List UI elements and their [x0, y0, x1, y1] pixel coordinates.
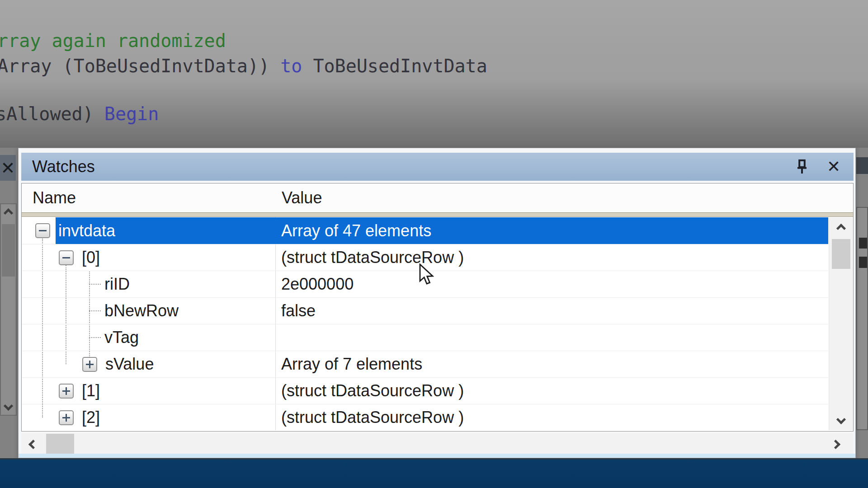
watches-grid: Name Value invtdata Array of 47 elements…	[21, 183, 854, 432]
watch-row[interactable]: bNewRow false	[22, 297, 828, 324]
scroll-left-button[interactable]	[23, 433, 43, 456]
watch-value: Array of 7 elements	[281, 355, 422, 374]
vertical-scrollbar-thumb[interactable]	[832, 239, 850, 269]
watch-value-cell: Array of 47 elements	[275, 217, 828, 244]
watch-value: (struct tDataSourceRow )	[281, 408, 464, 427]
watch-name: [1]	[82, 381, 100, 400]
column-header-value[interactable]: Value	[275, 188, 322, 207]
watch-value-cell: 2e000000	[275, 271, 828, 297]
scroll-down-icon	[4, 401, 13, 411]
watch-name-cell: [2]	[22, 404, 275, 430]
watch-row[interactable]: [1] (struct tDataSourceRow )	[22, 377, 828, 404]
watch-name-cell: invtdata	[22, 217, 275, 244]
watch-name-cell: sValue	[22, 351, 275, 377]
watch-value-cell: false	[275, 298, 828, 324]
tree-expander-icon[interactable]	[59, 250, 74, 265]
watch-name-cell: riID	[22, 271, 275, 297]
scroll-up-button[interactable]	[829, 219, 853, 237]
dimmed-scroll-block	[859, 257, 867, 268]
watch-value: Array of 47 elements	[281, 221, 431, 240]
watch-name: riID	[104, 275, 130, 294]
watch-value: false	[281, 301, 316, 320]
dimmed-right-scrollbar	[856, 207, 868, 430]
panel-title: Watches	[32, 157, 95, 176]
watch-name-cell: [1]	[22, 378, 275, 404]
panel-bottom-edge	[19, 454, 855, 458]
header-separator	[22, 212, 853, 217]
dimmed-code-editor: rray again randomized Array (ToBeUsedInv…	[0, 0, 868, 148]
watch-name: invtdata	[58, 221, 115, 240]
watch-name-cell: bNewRow	[22, 298, 275, 324]
dimmed-scroll-block	[859, 238, 867, 249]
horizontal-scrollbar[interactable]	[21, 433, 854, 456]
tree-expander-icon[interactable]	[35, 223, 50, 238]
watch-name: vTag	[104, 328, 139, 347]
chevron-left-icon	[28, 440, 38, 449]
watch-name: [0]	[82, 248, 100, 267]
dimmed-right-button	[856, 157, 868, 174]
dimmed-left-scrollbar	[0, 203, 17, 416]
tree-expander-icon[interactable]	[59, 384, 74, 399]
watch-value: 2e000000	[281, 275, 354, 294]
watch-value-cell: (struct tDataSourceRow )	[275, 404, 828, 430]
chevron-right-icon	[830, 440, 840, 449]
close-icon[interactable]: ✕	[824, 157, 844, 177]
watch-name-cell: [0]	[22, 244, 275, 271]
watch-name: [2]	[82, 408, 100, 427]
chevron-up-icon	[836, 223, 846, 233]
dimmed-close-icon: ✕	[0, 155, 16, 181]
vertical-scrollbar[interactable]	[829, 217, 853, 430]
tree-leader	[89, 284, 101, 285]
scroll-right-button[interactable]	[826, 433, 845, 456]
watch-name-cell: vTag	[22, 324, 275, 351]
watch-row[interactable]: [2] (struct tDataSourceRow )	[22, 404, 828, 430]
watch-value-cell: (struct tDataSourceRow )	[275, 378, 828, 404]
watches-panel: Watches ✕ Name Value	[18, 148, 856, 458]
pin-icon[interactable]	[792, 157, 812, 177]
grid-header: Name Value	[22, 183, 853, 212]
horizontal-scrollbar-thumb[interactable]	[46, 434, 74, 455]
watches-titlebar[interactable]: Watches ✕	[21, 153, 854, 181]
dimmed-scrollbar-thumb	[2, 224, 15, 277]
tree-leader	[89, 310, 101, 311]
watch-rows: invtdata Array of 47 elements [0] (struc…	[22, 217, 828, 430]
tree-leader	[89, 337, 101, 338]
status-bar	[0, 458, 868, 488]
watch-value-cell: Array of 7 elements	[275, 351, 828, 377]
watch-value: (struct tDataSourceRow )	[281, 381, 464, 400]
watch-name: sValue	[105, 355, 154, 374]
chevron-down-icon	[836, 414, 846, 424]
watch-name: bNewRow	[104, 301, 179, 320]
watch-value-cell	[275, 324, 828, 351]
watch-row[interactable]: vTag	[22, 324, 828, 351]
watch-row[interactable]: sValue Array of 7 elements	[22, 351, 828, 377]
watch-row[interactable]: invtdata Array of 47 elements	[22, 217, 828, 244]
tree-expander-icon[interactable]	[59, 410, 74, 425]
scroll-down-button[interactable]	[829, 410, 853, 428]
mouse-cursor	[418, 263, 442, 289]
watch-value-cell: (struct tDataSourceRow )	[275, 244, 828, 271]
tree-expander-icon[interactable]	[82, 357, 97, 372]
column-header-name[interactable]: Name	[22, 188, 275, 207]
dim-overlay	[0, 0, 868, 148]
scroll-up-icon	[4, 208, 13, 218]
